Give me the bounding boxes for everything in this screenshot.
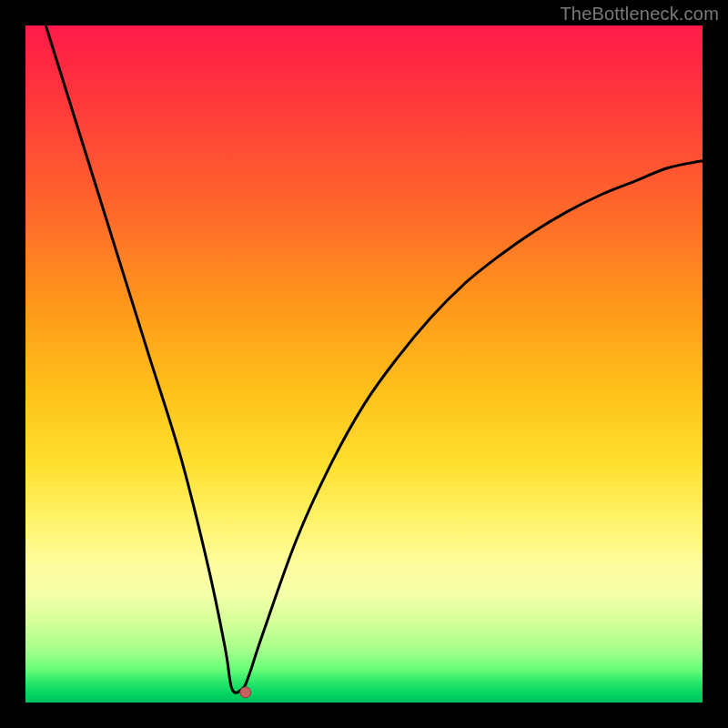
- bottleneck-curve-svg: [25, 25, 703, 703]
- optimum-marker: [240, 687, 251, 698]
- watermark-text: TheBottleneck.com: [560, 4, 719, 25]
- bottleneck-curve-path: [46, 25, 703, 693]
- chart-frame: TheBottleneck.com: [0, 0, 728, 728]
- plot-area: [25, 25, 703, 703]
